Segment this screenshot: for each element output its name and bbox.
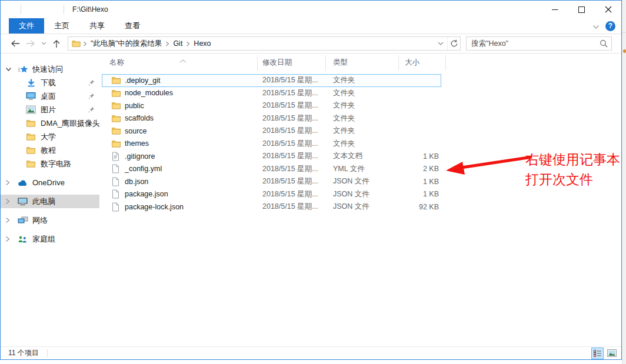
customize-toolbar-icon[interactable]: [48, 4, 60, 15]
back-icon[interactable]: [8, 36, 23, 51]
chevron-right-icon[interactable]: [5, 198, 17, 205]
file-size: 1 KB: [399, 178, 441, 186]
recent-locations-icon[interactable]: [38, 36, 49, 51]
folder-icon: [25, 118, 36, 129]
folder-icon: [25, 145, 36, 156]
sidebar-item-computer-9[interactable]: 此电脑: [1, 195, 99, 208]
title-bar: F:\Git\Hexo: [1, 1, 621, 18]
pin-icon[interactable]: [88, 79, 95, 86]
file-type: YML 文件: [326, 164, 399, 174]
close-button[interactable]: [595, 1, 621, 18]
file-name: scaffolds: [125, 114, 154, 122]
search-box: [466, 36, 612, 51]
ribbon-tab-1[interactable]: 主页: [44, 18, 79, 34]
file-date: 2018/5/15 星期...: [258, 189, 326, 199]
folder-icon: [111, 76, 121, 85]
search-input[interactable]: [467, 39, 596, 48]
breadcrumb-chevron-icon: [83, 41, 87, 46]
table-row[interactable]: scaffolds2018/5/15 星期...文件夹: [102, 112, 441, 125]
thumbnail-view-icon[interactable]: [605, 348, 618, 359]
file-type: 文件夹: [326, 139, 399, 149]
table-row[interactable]: package-lock.json2018/5/15 星期...JSON 文件9…: [102, 201, 441, 213]
table-row[interactable]: public2018/5/15 星期...文件夹: [102, 99, 441, 112]
sidebar-item-label: 桌面: [41, 91, 56, 102]
chevron-right-icon[interactable]: [5, 236, 17, 242]
table-row[interactable]: package.json2018/5/15 星期...JSON 文件1 KB: [102, 188, 441, 201]
breadcrumb-git[interactable]: Git: [169, 39, 186, 48]
sidebar-item-download-1[interactable]: 下载: [1, 76, 99, 89]
window-title: F:\Git\Hexo: [72, 5, 108, 14]
column-header-type[interactable]: 类型: [326, 55, 399, 71]
file-date: 2018/5/15 星期...: [258, 151, 326, 161]
address-bar[interactable]: "此电脑"中的搜索结果 Git Hexo: [68, 36, 461, 51]
file-name-cell: public: [102, 101, 258, 111]
sidebar-item-folder-7[interactable]: 数字电路: [1, 157, 99, 171]
forward-icon[interactable]: [23, 36, 38, 51]
search-icon[interactable]: [596, 39, 611, 48]
ribbon-tab-2[interactable]: 共享: [79, 18, 115, 34]
file-name-cell: source: [102, 126, 258, 136]
file-name: source: [125, 127, 147, 135]
maximize-button[interactable]: [568, 1, 595, 18]
file-name-cell: node_modules: [102, 88, 258, 98]
sidebar-item-homegroup-11[interactable]: 家庭组: [1, 232, 99, 246]
column-header-size[interactable]: 大小: [399, 55, 446, 71]
collapse-ribbon-icon[interactable]: [592, 21, 600, 32]
status-bar: 11 个项目: [1, 346, 621, 359]
file-name: package-lock.json: [125, 203, 184, 211]
divider: [47, 349, 48, 358]
breadcrumb-search-results[interactable]: "此电脑"中的搜索结果: [87, 39, 165, 49]
file-name: _config.yml: [125, 165, 162, 173]
file-name: public: [125, 102, 144, 110]
pin-icon[interactable]: [88, 106, 95, 113]
chevron-right-icon[interactable]: [5, 217, 17, 223]
folder-icon: [25, 159, 36, 169]
table-row[interactable]: source2018/5/15 星期...文件夹: [102, 125, 441, 138]
folder-icon: [111, 101, 121, 111]
file-icon: [111, 202, 121, 212]
file-size: 1 KB: [399, 152, 441, 161]
pin-icon[interactable]: [88, 93, 95, 99]
sidebar-item-onedrive-8[interactable]: OneDrive: [1, 176, 99, 189]
table-row[interactable]: node_modules2018/5/15 星期...文件夹: [102, 87, 441, 100]
sidebar-item-folder-6[interactable]: 教程: [1, 143, 99, 157]
table-row[interactable]: db.json2018/5/15 星期...JSON 文件1 KB: [102, 175, 441, 188]
properties-check-icon[interactable]: [25, 4, 36, 15]
help-icon[interactable]: [605, 21, 615, 31]
folder-icon: [111, 88, 121, 98]
sidebar-item-desktop-2[interactable]: 桌面: [1, 89, 99, 103]
minimize-button[interactable]: [542, 1, 568, 18]
sidebar-item-label: DMA_鹰眼摄像头O: [41, 118, 99, 129]
sidebar-item-folder-5[interactable]: 大学: [1, 130, 99, 143]
file-name-cell: themes: [102, 139, 258, 148]
refresh-icon[interactable]: [447, 37, 460, 50]
new-folder-icon[interactable]: [36, 4, 48, 15]
column-header-date[interactable]: 修改日期: [258, 55, 326, 71]
breadcrumb-hexo[interactable]: Hexo: [190, 39, 214, 48]
table-row[interactable]: .deploy_git2018/5/15 星期...文件夹: [102, 74, 441, 87]
up-icon[interactable]: [49, 36, 64, 51]
file-name: db.json: [125, 178, 148, 186]
address-dropdown-icon[interactable]: [434, 37, 447, 50]
sidebar-item-label: 网络: [32, 215, 48, 226]
file-name-cell: _config.yml: [102, 164, 258, 173]
details-view-icon[interactable]: [591, 348, 604, 359]
sidebar-item-folder-4[interactable]: DMA_鹰眼摄像头O: [1, 116, 99, 130]
ribbon-tab-0[interactable]: 文件: [9, 18, 44, 34]
folder-icon: [111, 126, 121, 136]
ribbon-tab-3[interactable]: 查看: [115, 18, 150, 34]
background-window-edge: [622, 0, 626, 364]
file-date: 2018/5/15 星期...: [258, 164, 326, 174]
table-row[interactable]: themes2018/5/15 星期...文件夹: [102, 138, 441, 151]
chevron-right-icon[interactable]: [5, 179, 17, 186]
table-row[interactable]: .gitignore2018/5/15 星期...文本文档1 KB: [102, 150, 441, 163]
sidebar-item-network-10[interactable]: 网络: [1, 213, 99, 227]
sidebar-item-quick-access-0[interactable]: 快速访问: [1, 62, 99, 76]
column-header-name[interactable]: 名称: [102, 55, 258, 71]
sidebar-item-pictures-3[interactable]: 图片: [1, 103, 99, 116]
background-window-divider: [622, 32, 626, 33]
file-name: .deploy_git: [125, 76, 160, 85]
ribbon-tab-bar: 文件主页共享查看: [1, 18, 621, 34]
table-row[interactable]: _config.yml2018/5/15 星期...YML 文件2 KB: [102, 163, 441, 176]
chevron-down-icon[interactable]: [5, 67, 17, 72]
